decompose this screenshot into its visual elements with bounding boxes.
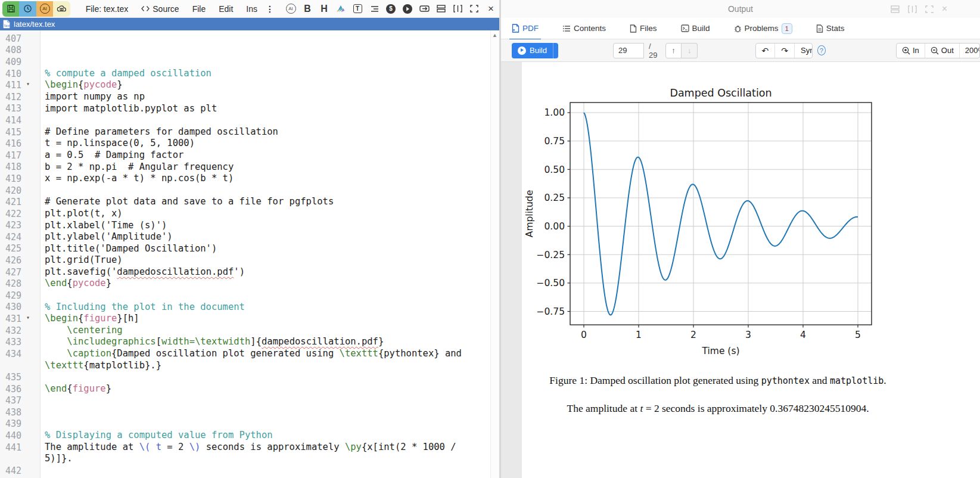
menu-file[interactable]: File xyxy=(192,4,206,14)
code-row: 411▾\begin{pycode} xyxy=(0,79,499,91)
forward-button[interactable]: ↷ xyxy=(774,44,794,58)
zoom-out-button[interactable]: Out xyxy=(925,44,959,58)
source-view-button[interactable]: Source xyxy=(141,4,179,14)
ai-inline-button[interactable]: AI xyxy=(282,1,299,17)
code-line[interactable]: 5)]}. xyxy=(41,453,73,465)
fullscreen-button[interactable] xyxy=(466,1,483,17)
fold-toggle-icon[interactable]: ▾ xyxy=(26,314,30,321)
split-horizontal-icon[interactable] xyxy=(891,5,900,13)
svg-text:2: 2 xyxy=(690,330,696,340)
line-number: 435 xyxy=(0,372,41,383)
bold-button[interactable]: B xyxy=(299,1,316,17)
menu-edit[interactable]: Edit xyxy=(219,4,233,14)
output-header: Output × xyxy=(501,0,980,18)
fullscreen-icon[interactable] xyxy=(925,5,934,13)
code-line[interactable]: plt.plot(t, x) xyxy=(41,208,123,220)
pdf-viewer[interactable]: 0123451.000.750.500.250.00−0.25−0.50−0.7… xyxy=(501,62,980,478)
ai-assistant-button[interactable]: AI xyxy=(36,1,53,17)
file-tab[interactable]: tex latex/tex.tex xyxy=(0,18,499,30)
code-row: 436\end{figure} xyxy=(0,383,499,395)
help-icon[interactable]: ? xyxy=(817,45,826,55)
zoom-in-button[interactable]: In xyxy=(897,44,925,58)
cloud-build-button[interactable] xyxy=(53,1,70,17)
build-options-caret[interactable]: ▼ xyxy=(553,43,558,58)
svg-text:0.00: 0.00 xyxy=(544,221,565,232)
previous-page-button[interactable]: ↑ xyxy=(665,43,682,58)
close-output-icon[interactable]: × xyxy=(942,4,947,14)
editor-scrollbar[interactable]: ▲ xyxy=(490,30,499,478)
svg-text:−0.75: −0.75 xyxy=(537,306,565,317)
code-line[interactable]: \caption{Damped oscillation plot generat… xyxy=(41,348,462,360)
pdf-icon: ▸ xyxy=(512,24,519,33)
heading-button[interactable]: H xyxy=(316,1,332,17)
code-row: 423plt.xlabel('Time (s)') xyxy=(0,220,499,232)
svg-text:0.50: 0.50 xyxy=(544,164,565,175)
code-row: 430% Including the plot in the document xyxy=(0,302,499,314)
code-line[interactable]: x = np.exp(-a * t) * np.cos(b * t) xyxy=(41,173,234,185)
code-line[interactable]: plt.xlabel('Time (s)') xyxy=(41,220,167,232)
more-options-icon[interactable]: ⋮ xyxy=(266,4,274,14)
code-line[interactable]: t = np.linspace(0, 5, 1000) xyxy=(41,138,195,150)
text-box-button[interactable]: T xyxy=(349,1,366,17)
fold-toggle-icon[interactable]: ▾ xyxy=(26,80,30,87)
line-number: 431▾ xyxy=(0,314,41,324)
code-editor[interactable]: 407408409410% compute a damped oscillati… xyxy=(0,30,499,478)
scroll-up-arrow-icon[interactable]: ▲ xyxy=(492,32,497,38)
code-line[interactable]: % compute a damped oscillation xyxy=(41,68,211,80)
code-line[interactable]: \end{pycode} xyxy=(41,278,111,290)
code-line[interactable]: plt.ylabel('Amplitude') xyxy=(41,231,173,243)
split-horizontal-button[interactable] xyxy=(433,1,449,17)
menu-insert[interactable]: Ins xyxy=(246,4,257,14)
save-button[interactable] xyxy=(2,1,19,17)
tab-build[interactable]: Build xyxy=(676,18,715,39)
code-line[interactable]: \begin{pycode} xyxy=(41,79,123,91)
build-button[interactable]: Build xyxy=(512,46,553,55)
code-line[interactable]: import numpy as np xyxy=(41,91,145,103)
code-row: 429 xyxy=(0,290,499,302)
code-line[interactable]: b = 2 * np.pi # Angular frequency xyxy=(41,162,234,173)
split-vertical-button[interactable] xyxy=(449,1,466,17)
code-line[interactable]: \end{figure} xyxy=(41,383,111,395)
history-button[interactable] xyxy=(19,1,36,17)
code-line[interactable]: import matplotlib.pyplot as plt xyxy=(41,103,217,115)
files-icon xyxy=(630,24,637,33)
tab-pdf[interactable]: ▸PDF xyxy=(507,18,543,39)
line-number: 409 xyxy=(0,57,41,67)
tab-problems[interactable]: Problems1 xyxy=(729,18,797,39)
split-vertical-icon[interactable] xyxy=(908,5,917,13)
code-line[interactable]: \begin{figure}[h] xyxy=(41,313,139,325)
code-line[interactable]: # Generate plot data and save to a file … xyxy=(41,196,334,208)
code-line[interactable]: a = 0.5 # Damping factor xyxy=(41,150,183,162)
code-row: 408 xyxy=(0,45,499,57)
code-line[interactable]: \includegraphics[width=\textwidth]{dampe… xyxy=(41,336,384,348)
page-number-input[interactable] xyxy=(613,43,644,58)
tab-contents[interactable]: Contents xyxy=(558,18,611,39)
next-page-button[interactable]: ↓ xyxy=(682,43,698,58)
close-editor-button[interactable]: × xyxy=(483,1,499,17)
problems-icon xyxy=(734,24,742,33)
code-line[interactable]: plt.title('Damped Oscillation') xyxy=(41,243,217,255)
code-line[interactable]: # Define parameters for damped oscillati… xyxy=(41,126,278,138)
code-line[interactable]: % Displaying a computed value from Pytho… xyxy=(41,430,273,442)
export-button[interactable] xyxy=(416,1,433,17)
image-button[interactable] xyxy=(332,1,349,17)
run-button[interactable] xyxy=(399,1,416,17)
line-number: 437 xyxy=(0,395,41,406)
code-line[interactable]: % Including the plot in the document xyxy=(41,302,245,314)
tab-stats[interactable]: Stats xyxy=(811,18,850,39)
code-row: 421# Generate plot data and save to a fi… xyxy=(0,196,499,208)
code-line[interactable]: plt.grid(True) xyxy=(41,254,123,266)
code-line[interactable]: plt.savefig('dampedoscillation.pdf') xyxy=(41,266,245,278)
align-right-button[interactable] xyxy=(366,1,382,17)
back-button[interactable]: ↶ xyxy=(756,44,775,58)
line-number: 418 xyxy=(0,162,41,172)
image-icon xyxy=(336,4,346,13)
tab-files[interactable]: Files xyxy=(625,18,662,39)
code-line[interactable]: \centering xyxy=(41,325,123,337)
sync-button[interactable]: Sync xyxy=(794,44,813,58)
math-button[interactable]: $ xyxy=(382,1,399,17)
code-line[interactable]: The amplitude at \( t = 2 \) seconds is … xyxy=(41,442,456,454)
code-row: 420 xyxy=(0,185,499,197)
code-line[interactable]: \texttt{matplotlib}.} xyxy=(41,360,161,372)
zoom-level-dropdown[interactable]: 200% ▼ xyxy=(959,44,980,58)
